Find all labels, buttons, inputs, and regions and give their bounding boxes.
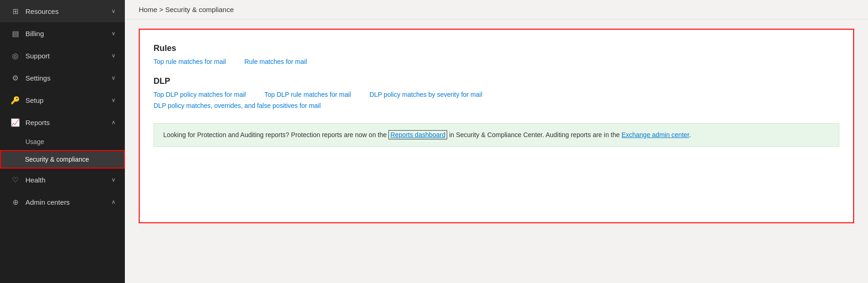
rules-links-row: Top rule matches for mail Rule matches f… <box>154 58 839 65</box>
content-box: Rules Top rule matches for mail Rule mat… <box>139 29 854 223</box>
chevron-down-icon: ∨ <box>111 8 116 14</box>
reports-icon: 📈 <box>11 118 20 127</box>
top-dlp-rule-link[interactable]: Top DLP rule matches for mail <box>265 91 351 98</box>
breadcrumb-separator: > <box>159 6 163 13</box>
dlp-links-row1: Top DLP policy matches for mail Top DLP … <box>154 91 839 98</box>
dlp-links-row2: DLP policy matches, overrides, and false… <box>154 102 839 109</box>
sidebar-item-label: Admin centers <box>25 198 70 206</box>
reports-dashboard-link[interactable]: Reports dashboard <box>388 130 447 139</box>
sidebar-subitem-security-compliance[interactable]: Security & compliance <box>0 150 125 169</box>
chevron-up-icon: ∧ <box>111 119 116 126</box>
dlp-section-title: DLP <box>154 76 839 86</box>
reports-dashboard-link-label: Reports dashboard <box>388 130 447 139</box>
sidebar-item-setup[interactable]: 🔑 Setup ∨ <box>0 89 125 111</box>
chevron-down-icon: ∨ <box>111 52 116 59</box>
info-text-middle: in Security & Compliance Center. Auditin… <box>447 131 622 138</box>
dlp-policy-overrides-link[interactable]: DLP policy matches, overrides, and false… <box>154 102 321 109</box>
billing-icon: ▤ <box>11 29 20 38</box>
setup-icon: 🔑 <box>11 95 20 105</box>
sidebar-item-resources[interactable]: ⊞ Resources ∨ <box>0 0 125 22</box>
sidebar-item-health[interactable]: ♡ Health ∨ <box>0 169 125 191</box>
sidebar-item-label: Support <box>25 52 50 60</box>
exchange-admin-link[interactable]: Exchange admin center <box>622 131 689 138</box>
sidebar-item-billing[interactable]: ▤ Billing ∨ <box>0 22 125 44</box>
settings-icon: ⚙ <box>11 73 20 82</box>
sidebar-item-label: Billing <box>25 30 44 38</box>
sidebar-subitem-label: Usage <box>25 138 44 145</box>
chevron-down-icon: ∨ <box>111 30 116 37</box>
exchange-admin-link-label: Exchange admin center <box>622 131 689 138</box>
main-content: Home > Security & compliance Rules Top r… <box>125 0 868 283</box>
health-icon: ♡ <box>11 175 20 184</box>
chevron-down-icon: ∨ <box>111 75 116 81</box>
support-icon: ◎ <box>11 51 20 60</box>
breadcrumb-current: Security & compliance <box>165 6 234 13</box>
sidebar-item-label: Reports <box>25 119 50 126</box>
breadcrumb: Home > Security & compliance <box>125 0 868 19</box>
sidebar-item-label: Health <box>25 176 45 184</box>
sidebar-item-support[interactable]: ◎ Support ∨ <box>0 44 125 67</box>
dlp-policy-severity-link[interactable]: DLP policy matches by severity for mail <box>369 91 482 98</box>
chevron-up-icon: ∧ <box>111 199 116 205</box>
sidebar-item-label: Resources <box>25 7 59 15</box>
sidebar-subitem-label: Security & compliance <box>25 156 89 163</box>
admin-centers-icon: ⊕ <box>11 197 20 207</box>
rules-section-title: Rules <box>154 44 839 53</box>
top-dlp-policy-link[interactable]: Top DLP policy matches for mail <box>154 91 246 98</box>
sidebar-item-admin-centers[interactable]: ⊕ Admin centers ∧ <box>0 191 125 213</box>
breadcrumb-home[interactable]: Home <box>139 6 157 13</box>
content-area: Rules Top rule matches for mail Rule mat… <box>125 19 868 283</box>
sidebar-subitem-usage[interactable]: Usage <box>0 133 125 150</box>
resources-icon: ⊞ <box>11 6 20 16</box>
chevron-down-icon: ∨ <box>111 176 116 183</box>
sidebar-item-label: Settings <box>25 74 50 82</box>
sidebar-item-settings[interactable]: ⚙ Settings ∨ <box>0 67 125 89</box>
top-rule-mail-link[interactable]: Top rule matches for mail <box>154 58 226 65</box>
rules-section: Rules Top rule matches for mail Rule mat… <box>154 44 839 65</box>
info-text-end: . <box>689 131 691 138</box>
info-text-before: Looking for Protection and Auditing repo… <box>163 131 388 138</box>
dlp-section: DLP Top DLP policy matches for mail Top … <box>154 76 839 109</box>
rule-matches-mail-link[interactable]: Rule matches for mail <box>244 58 307 65</box>
chevron-down-icon: ∨ <box>111 97 116 103</box>
info-banner: Looking for Protection and Auditing repo… <box>154 123 839 147</box>
sidebar-item-reports[interactable]: 📈 Reports ∧ <box>0 111 125 133</box>
sidebar: ⊞ Resources ∨ ▤ Billing ∨ ◎ Support ∨ ⚙ … <box>0 0 125 283</box>
sidebar-item-label: Setup <box>25 96 43 104</box>
